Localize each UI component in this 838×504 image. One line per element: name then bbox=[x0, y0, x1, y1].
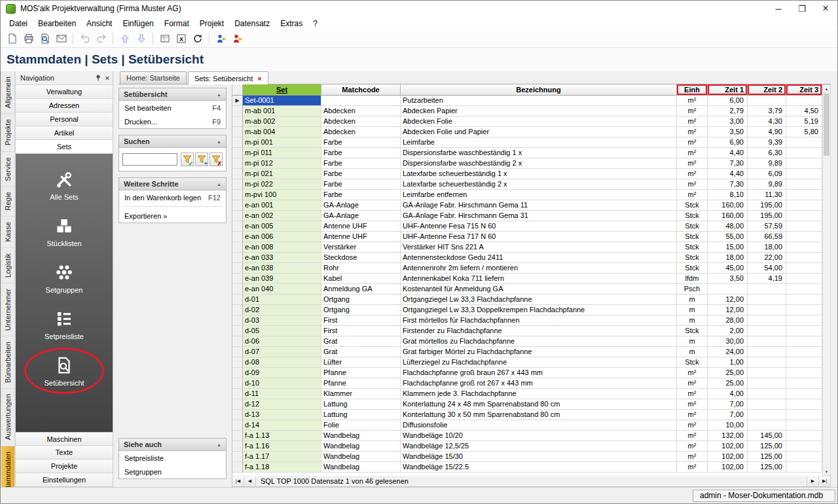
previous-record-button[interactable]: ◀ bbox=[244, 477, 256, 486]
action-warenkorb[interactable]: In den Warenkorb legenF12 bbox=[119, 190, 226, 204]
table-row[interactable]: d-01OrtgangOrtgangziegel Lw 33,3 Flachda… bbox=[232, 295, 822, 305]
nav-item-projekte[interactable]: Projekte bbox=[16, 459, 113, 473]
menu-einfuegen[interactable]: Einfügen bbox=[117, 18, 158, 29]
nav-item-verwaltung[interactable]: Verwaltung bbox=[16, 85, 113, 99]
cell-matchcode[interactable]: Steckdose bbox=[321, 253, 401, 263]
cell-bezeichnung[interactable]: Wandbeläge 15/22.5 bbox=[401, 462, 677, 473]
cell-zeit3[interactable] bbox=[786, 190, 822, 200]
cell-matchcode[interactable]: Klammer bbox=[321, 389, 401, 399]
cell-zeit2[interactable]: 66,59 bbox=[748, 232, 786, 242]
navigate-down-icon[interactable] bbox=[134, 31, 149, 46]
cell-matchcode[interactable]: Farbe bbox=[321, 158, 401, 169]
cell-bezeichnung[interactable]: GA-Anlage Fabr. Hirschmann Gema 11 bbox=[401, 200, 677, 211]
cell-zeit1[interactable]: 55,00 bbox=[708, 232, 748, 242]
cell-bezeichnung[interactable]: Konterlattung 30 x 50 mm Sparrenabstand … bbox=[401, 410, 677, 420]
cell-einh[interactable]: m² bbox=[677, 158, 708, 169]
cell-zeit3[interactable] bbox=[786, 399, 822, 410]
cell-set[interactable]: m-pi 011 bbox=[243, 148, 321, 158]
cell-zeit1[interactable]: 7,30 bbox=[708, 158, 748, 169]
nav-icon-item-setpreisliste[interactable]: Setpreisliste bbox=[16, 301, 113, 348]
cell-matchcode[interactable]: Antenne UHF bbox=[321, 221, 401, 232]
cell-set[interactable]: e-an 040 bbox=[243, 284, 321, 295]
cell-einh[interactable]: Stck bbox=[677, 263, 708, 274]
cell-einh[interactable]: m² bbox=[677, 137, 708, 148]
cell-set[interactable]: d-02 bbox=[243, 305, 321, 315]
cell-zeit2[interactable] bbox=[748, 399, 786, 410]
cell-zeit1[interactable]: 28,00 bbox=[708, 315, 748, 326]
email-icon[interactable] bbox=[54, 31, 69, 46]
cell-bezeichnung[interactable]: Grat farbiger Mörtel zu Flachdachpfanne bbox=[401, 347, 677, 357]
nav-item-einstellungen[interactable]: Einstellungen bbox=[16, 473, 113, 487]
cell-bezeichnung[interactable]: Verstärker HIT Sns 221 A bbox=[401, 242, 677, 253]
new-document-icon[interactable] bbox=[5, 31, 20, 46]
cell-einh[interactable]: m² bbox=[677, 148, 708, 158]
table-row[interactable]: d-07GratGrat farbiger Mörtel zu Flachdac… bbox=[232, 347, 822, 357]
vtab-stammdaten[interactable]: Stammdaten bbox=[1, 446, 15, 487]
section-header-setuebersicht[interactable]: Setübersicht▲ bbox=[119, 88, 226, 101]
cell-einh[interactable]: m² bbox=[677, 190, 708, 200]
header-zeit3[interactable]: Zeit 3 bbox=[786, 84, 822, 96]
table-row[interactable]: m-ab 001AbdeckenAbdecken Papierm²2,793,7… bbox=[232, 106, 822, 117]
cell-matchcode[interactable]: Grat bbox=[321, 347, 401, 357]
table-row[interactable]: e-an 006Antenne UHFUHF-Antenne Fesa 717 … bbox=[232, 232, 822, 242]
cell-zeit3[interactable] bbox=[786, 431, 822, 441]
table-row[interactable]: e-an 001GA-AnlageGA-Anlage Fabr. Hirschm… bbox=[232, 200, 822, 211]
cell-zeit3[interactable] bbox=[786, 211, 822, 221]
nav-item-artikel[interactable]: Artikel bbox=[16, 126, 113, 140]
cell-zeit1[interactable]: 2,00 bbox=[708, 326, 748, 336]
cell-set[interactable]: f-a 1.16 bbox=[243, 441, 321, 452]
cell-zeit3[interactable] bbox=[786, 357, 822, 368]
header-set[interactable]: Set bbox=[243, 84, 321, 96]
cell-set[interactable]: d-09 bbox=[243, 368, 321, 378]
cell-matchcode[interactable]: Farbe bbox=[321, 169, 401, 179]
cell-matchcode[interactable]: GA-Anlage bbox=[321, 211, 401, 221]
table-row[interactable]: d-10PfanneFlachdachpfanne groß rot 267 x… bbox=[232, 378, 822, 389]
cell-zeit3[interactable] bbox=[786, 295, 822, 305]
cell-zeit3[interactable] bbox=[786, 326, 822, 336]
cell-bezeichnung[interactable]: Flachdachpfanne groß rot 267 x 443 mm bbox=[401, 378, 677, 389]
first-record-button[interactable]: |◀ bbox=[232, 477, 244, 486]
table-row[interactable]: f-a 1.13WandbelagWandbeläge 10/20m²132,0… bbox=[232, 431, 822, 441]
cell-zeit2[interactable]: 145,00 bbox=[748, 431, 786, 441]
cell-einh[interactable]: Psch bbox=[677, 284, 708, 295]
cell-zeit2[interactable] bbox=[748, 378, 786, 389]
cell-set[interactable]: d-11 bbox=[243, 389, 321, 399]
cell-bezeichnung[interactable]: Abdecken Papier bbox=[401, 106, 677, 117]
cell-matchcode[interactable]: Folie bbox=[321, 420, 401, 431]
vtab-kasse[interactable]: Kasse bbox=[1, 216, 15, 248]
cell-zeit1[interactable]: 3,00 bbox=[708, 117, 748, 127]
cell-bezeichnung[interactable]: Antennenrohr 2m liefern / montieren bbox=[401, 263, 677, 274]
table-row[interactable]: m-pvi 100FarbeLeimfarbe entfernenm²8,101… bbox=[232, 190, 822, 200]
cell-set[interactable]: d-14 bbox=[243, 420, 321, 431]
cell-zeit3[interactable] bbox=[786, 232, 822, 242]
filter-remove-icon[interactable]: ✗ bbox=[210, 153, 223, 166]
cell-zeit1[interactable]: 160,00 bbox=[708, 211, 748, 221]
cell-set[interactable]: m-pi 012 bbox=[243, 158, 321, 169]
cell-bezeichnung[interactable]: Dispersionsfarbe waschbeständig 1 x bbox=[401, 148, 677, 158]
menu-bearbeiten[interactable]: Bearbeiten bbox=[33, 18, 81, 29]
cell-set[interactable]: m-ab 004 bbox=[243, 127, 321, 137]
cell-zeit1[interactable]: 4,40 bbox=[708, 169, 748, 179]
cell-set[interactable]: d-12 bbox=[243, 399, 321, 410]
cell-zeit2[interactable]: 195,00 bbox=[748, 200, 786, 211]
cell-einh[interactable]: m² bbox=[677, 378, 708, 389]
cell-bezeichnung[interactable]: Latexfarbe scheuerbeständig 2 x bbox=[401, 179, 677, 190]
cell-matchcode[interactable]: Farbe bbox=[321, 190, 401, 200]
cell-zeit2[interactable]: 18,00 bbox=[748, 242, 786, 253]
cell-bezeichnung[interactable]: UHF-Antenne Fesa 717 N 60 bbox=[401, 232, 677, 242]
cell-set[interactable]: m-pi 021 bbox=[243, 169, 321, 179]
excel-export-icon[interactable]: X bbox=[173, 31, 189, 46]
cell-matchcode[interactable]: First bbox=[321, 326, 401, 336]
cell-matchcode[interactable] bbox=[321, 96, 401, 106]
cell-set[interactable]: e-an 008 bbox=[243, 242, 321, 253]
search-input[interactable] bbox=[122, 153, 177, 166]
cell-zeit3[interactable] bbox=[786, 378, 822, 389]
cell-zeit2[interactable]: 22,00 bbox=[748, 253, 786, 263]
cell-matchcode[interactable]: Anmeldung GA bbox=[321, 284, 401, 295]
cell-set[interactable]: e-an 039 bbox=[243, 274, 321, 284]
menu-extras[interactable]: Extras bbox=[275, 18, 308, 29]
cell-bezeichnung[interactable]: Lüfterziegel zu Flachdachpfanne bbox=[401, 357, 677, 368]
cell-zeit2[interactable]: 11,30 bbox=[748, 190, 786, 200]
cell-matchcode[interactable]: Abdecken bbox=[321, 127, 401, 137]
menu-projekt[interactable]: Projekt bbox=[194, 18, 229, 29]
